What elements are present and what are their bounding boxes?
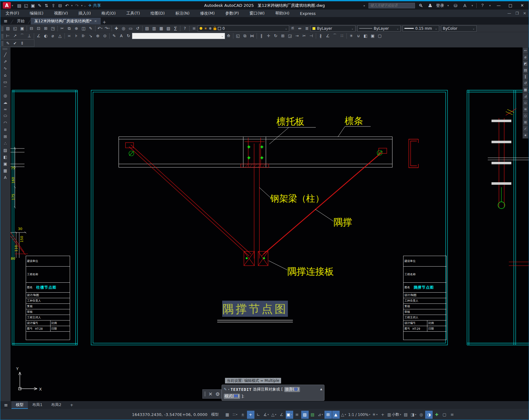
mirror-icon[interactable]: ⋈ bbox=[249, 33, 256, 39]
linetype-combo[interactable]: ByLayer ⌄ bbox=[357, 25, 401, 32]
graphics-performance-icon[interactable]: ◑ bbox=[425, 411, 433, 419]
close-button[interactable]: ✕ bbox=[518, 2, 527, 9]
polar-tracking-icon[interactable]: ∡▾ bbox=[262, 411, 270, 419]
menu-file[interactable]: 文件(F) bbox=[0, 10, 24, 17]
dimstyle-combo[interactable]: ⌄ bbox=[132, 33, 225, 39]
search-icon[interactable]: 🔍︎ bbox=[417, 2, 424, 9]
trusted-autoloader-icon[interactable]: ✚ bbox=[433, 411, 440, 419]
scale-text-icon[interactable]: ⇕ bbox=[19, 40, 26, 46]
properties-palette-icon[interactable]: ▤ bbox=[143, 25, 151, 32]
layers-icon[interactable]: ≡ bbox=[523, 106, 528, 113]
tab-document[interactable]: 某12米跨钢结构厂房建筑结构图* ✕ bbox=[31, 18, 101, 24]
model-space-button[interactable]: 模型 bbox=[211, 411, 219, 419]
lineweight-display-icon[interactable]: ≡ bbox=[293, 411, 301, 419]
command-recent-caret[interactable]: ▲ bbox=[320, 387, 322, 391]
new-icon[interactable]: ▤ bbox=[4, 25, 11, 32]
menu-draw[interactable]: 绘图(D) bbox=[145, 10, 170, 17]
annotation-visibility-icon[interactable]: ▲ bbox=[332, 411, 340, 419]
option-undo[interactable]: 放弃(U) bbox=[284, 387, 300, 392]
break-icon[interactable]: ∦ bbox=[317, 33, 324, 39]
palette-close-icon[interactable]: ✕ bbox=[209, 391, 213, 397]
pan-icon[interactable]: ✚ bbox=[113, 25, 120, 32]
new-file-icon[interactable]: ▤ bbox=[16, 2, 23, 9]
command-line-palette[interactable]: ✎ ▾ TEXTEDIT 选择注释对象或 [ 放弃(U) 模式(M) ]: ▲ bbox=[222, 385, 324, 401]
layer-states-icon[interactable]: ≣ bbox=[303, 25, 311, 32]
isodraft-icon[interactable]: △▾ bbox=[270, 411, 278, 419]
calculator-icon[interactable]: ∑ bbox=[172, 25, 179, 32]
signin-button[interactable]: 登录 bbox=[436, 3, 444, 8]
palette-wrench-icon[interactable]: ⚙ bbox=[215, 391, 220, 397]
lock-ui-icon[interactable]: ◨▾ bbox=[410, 411, 417, 419]
table-icon[interactable]: ▦ bbox=[2, 167, 9, 174]
snap-mode-icon[interactable]: ∷▾ bbox=[231, 411, 239, 419]
dim-update-icon[interactable]: ↻ bbox=[125, 33, 132, 39]
menu-dimension[interactable]: 标注(N) bbox=[170, 10, 195, 17]
quick-properties-icon[interactable]: ▤ bbox=[402, 411, 409, 419]
search-input[interactable] bbox=[368, 3, 415, 8]
plot-icon[interactable]: ⊟ bbox=[57, 2, 64, 9]
revision-cloud-icon[interactable]: ☁ bbox=[2, 99, 9, 106]
dim-tolerance-icon[interactable]: ⊕ bbox=[94, 33, 101, 39]
ellipse-arc-icon[interactable]: ◠ bbox=[2, 119, 9, 126]
toolbar-grip[interactable] bbox=[3, 48, 8, 50]
paste-icon[interactable]: ⊕ bbox=[73, 25, 80, 32]
save-icon[interactable]: ▣ bbox=[19, 25, 26, 32]
parallel-icon[interactable]: ∥ bbox=[523, 73, 528, 80]
construction-line-icon[interactable]: ⇗ bbox=[2, 58, 9, 65]
dim-aligned-icon[interactable]: ↗ bbox=[11, 33, 19, 39]
mdi-minimize-icon[interactable]: — bbox=[507, 11, 511, 15]
trim-icon[interactable]: ✂ bbox=[301, 33, 308, 39]
menu-format[interactable]: 格式(O) bbox=[96, 10, 121, 17]
app-store-cart-icon[interactable]: ⛁ bbox=[452, 2, 459, 9]
rectangle-icon[interactable]: ▭ bbox=[2, 78, 9, 85]
menu-edit[interactable]: 编辑(E) bbox=[24, 10, 49, 17]
selection-cycling-icon[interactable]: ▤ bbox=[309, 411, 316, 419]
command-pencil-icon[interactable]: ✎ bbox=[224, 387, 227, 391]
save-to-web-icon[interactable]: ⇪ bbox=[50, 2, 57, 9]
spell-check-icon[interactable]: ✔ bbox=[11, 40, 19, 46]
dim-update-icon[interactable]: ⟰ bbox=[225, 33, 232, 39]
list-icon[interactable]: ▤ bbox=[523, 67, 528, 73]
menu-parametric[interactable]: 参数(P) bbox=[220, 10, 244, 17]
dim-center-mark-icon[interactable]: ⊙ bbox=[101, 33, 108, 39]
spline-icon[interactable]: ≈ bbox=[2, 106, 9, 113]
diameter-icon[interactable]: ⌀ bbox=[523, 54, 528, 60]
autocad-logo[interactable]: A bbox=[3, 2, 11, 9]
polyline-icon[interactable]: ∿ bbox=[2, 65, 9, 72]
layout-tabs-menu-icon[interactable]: ≡ bbox=[0, 402, 11, 408]
annotation-monitor-icon[interactable]: + bbox=[379, 411, 386, 419]
signin-caret[interactable]: ▾ bbox=[447, 2, 450, 9]
dim-quick-icon[interactable]: ≍ bbox=[66, 33, 73, 39]
dim-arc-icon[interactable]: ⌒ bbox=[19, 33, 26, 39]
array-icon[interactable]: ∷ bbox=[338, 33, 346, 39]
dim-linear-icon[interactable]: ⊢ bbox=[4, 33, 11, 39]
layer-combo-caret[interactable]: ⌄ bbox=[285, 27, 287, 30]
menu-express[interactable]: Express bbox=[295, 10, 321, 17]
model-space-canvas[interactable]: 檩托板 檩条 钢架梁（柱） 隅撑 隅撑连接板 隅撑节点图 75 160 bbox=[11, 47, 529, 401]
user-icon[interactable]: 👤︎ bbox=[427, 2, 434, 9]
save-as-icon[interactable]: ✎ bbox=[36, 2, 43, 9]
copy2-icon[interactable]: ⊞ bbox=[279, 33, 286, 39]
palette-grip[interactable] bbox=[204, 392, 206, 396]
open-file-icon[interactable]: ◱ bbox=[23, 2, 29, 9]
infer-constraints-icon[interactable]: ± bbox=[239, 411, 247, 419]
open-from-web-icon[interactable]: ⇅ bbox=[43, 2, 50, 9]
dim-radius-icon[interactable]: ◐ bbox=[42, 33, 49, 39]
menu-modify[interactable]: 修改(M) bbox=[195, 10, 220, 17]
explode-icon[interactable]: ✳ bbox=[348, 33, 355, 39]
ortho-mode-icon[interactable]: ∟ bbox=[255, 411, 262, 419]
ungroup-icon[interactable]: ▢ bbox=[376, 33, 383, 39]
copy-icon[interactable]: ⧉ bbox=[241, 33, 249, 39]
print-icon[interactable]: ⊟ bbox=[28, 25, 35, 32]
option-mode[interactable]: 模式(M) bbox=[224, 394, 240, 399]
dim-baseline-icon[interactable]: ⊧ bbox=[73, 33, 80, 39]
file-tabs-menu-icon[interactable]: ≡ bbox=[0, 18, 11, 24]
zoom-previous-icon[interactable]: ↺ bbox=[134, 25, 141, 32]
open-icon[interactable]: ◱ bbox=[11, 25, 19, 32]
erase-icon[interactable]: ◱ bbox=[234, 33, 241, 39]
undo-caret[interactable]: ▾ bbox=[70, 2, 73, 9]
mdi-close-icon[interactable]: ✕ bbox=[523, 11, 526, 15]
dim-text-edit-icon[interactable]: A bbox=[118, 33, 125, 39]
autodesk-a-caret[interactable]: ▾ bbox=[471, 2, 474, 9]
dim-leader-icon[interactable]: ↘ bbox=[87, 33, 94, 39]
